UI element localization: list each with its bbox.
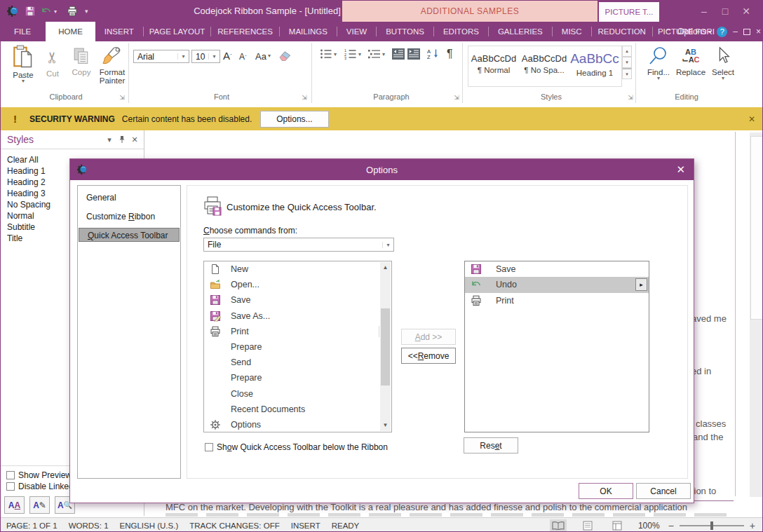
nav-quick-access-toolbar[interactable]: Quick Access Toolbar [79,228,180,242]
qat-list[interactable]: Save Undo ▸ Print [464,261,649,432]
font-family-combo[interactable]: Arial▾ [133,50,189,63]
new-style-button[interactable]: AA [4,496,25,514]
multilevel-list-icon[interactable] [368,48,381,60]
paste-dropdown-caret[interactable]: ▾ [22,79,25,83]
nav-general[interactable]: General [78,191,180,205]
help-icon[interactable]: ? [717,27,727,37]
remove-button[interactable]: << Remove [401,348,456,364]
tab-mailings[interactable]: MAILINGS [280,22,337,41]
cancel-button[interactable]: Cancel [636,483,691,499]
cut-button[interactable]: ✂ Cut [40,47,65,78]
zoom-slider[interactable] [680,525,744,526]
tab-insert[interactable]: INSERT [95,22,143,41]
command-recent-documents[interactable]: Recent Documents [204,402,391,417]
increase-indent-icon[interactable] [407,48,420,60]
security-options-button[interactable]: Options... [260,111,328,128]
numbered-list-icon[interactable] [344,48,357,60]
command-close[interactable]: Close [204,386,391,402]
read-mode-button[interactable] [550,519,567,532]
replace-button[interactable]: AB⌙AC Replace [674,46,708,76]
styles-scroll-up[interactable]: ▴ [622,46,632,57]
command-options[interactable]: Options [204,417,391,432]
choose-commands-combo[interactable]: File▾ [203,238,394,252]
change-case-button[interactable]: Aa▾ [255,49,271,63]
status-track-changes[interactable]: TRACK CHANGES: OFF [189,521,279,530]
maximize-icon[interactable]: □ [715,6,736,17]
commands-scrollbar[interactable]: ▲ ▼ [380,262,391,431]
zoom-out-button[interactable]: − [668,520,674,531]
qat-item-submenu-button[interactable]: ▸ [635,278,647,291]
app-icon[interactable] [6,4,20,18]
paste-button[interactable]: Paste ▾ [8,44,39,83]
minimize-icon[interactable]: – [694,6,715,17]
tab-file[interactable]: FILE [5,22,40,41]
font-size-combo[interactable]: 10▾ [191,50,220,63]
format-painter-button[interactable]: Format Painter [96,46,128,85]
command-save[interactable]: Save [204,292,391,308]
bullet-list-icon[interactable] [320,48,332,60]
multilevel-list-caret[interactable]: ▾ [382,53,385,57]
decrease-indent-icon[interactable] [392,48,405,60]
tab-editors[interactable]: EDITORS [434,22,488,41]
chevron-up-icon[interactable]: ⌃ [666,27,672,36]
qat-item-print[interactable]: Print [465,293,649,308]
font-dialog-launcher[interactable]: ⇲ [301,94,308,101]
command-prepare-2[interactable]: Prepare [204,370,391,386]
tab-page-layout[interactable]: PAGE LAYOUT [144,22,210,41]
pin-icon[interactable] [116,135,128,144]
command-prepare[interactable]: Prepare [204,339,391,355]
print-icon[interactable] [67,6,78,17]
styles-scroll-down[interactable]: ▾ [622,57,632,68]
options-menu-button[interactable]: Options▾ [677,27,711,36]
scrollbar-thumb[interactable] [750,136,763,320]
tab-buttons[interactable]: BUTTONS [377,22,433,41]
zoom-level[interactable]: 100% [638,521,660,531]
command-new[interactable]: New [204,261,391,277]
status-words[interactable]: WORDS: 1 [69,521,109,530]
mdi-restore-icon[interactable] [743,29,750,35]
bullet-list-caret[interactable]: ▾ [334,53,337,57]
shrink-font-button[interactable]: Aˇ [239,50,247,64]
qat-customize-caret[interactable]: ▾ [85,8,88,15]
undo-button[interactable]: ▾ [40,6,57,17]
web-layout-button[interactable] [609,519,626,532]
style-heading1[interactable]: AaBbCc Heading 1 [569,46,620,81]
ok-button[interactable]: OK [579,483,633,499]
grow-font-button[interactable]: Aˆ [223,48,232,62]
mdi-close-icon[interactable]: × [756,27,761,36]
scroll-down-icon[interactable]: ▼ [380,420,391,431]
paragraph-dialog-launcher[interactable]: ⇲ [453,94,460,101]
sort-icon[interactable] [427,48,440,60]
command-save-as[interactable]: Save As... [204,308,391,324]
style-normal[interactable]: AaBbCcDd ¶ Normal [468,46,519,81]
floating-picture-tab[interactable]: PICTURE T... [599,2,659,22]
additional-samples-banner[interactable]: ADDITIONAL SAMPLES [342,1,597,22]
find-caret[interactable]: ▾ [657,76,660,81]
dialog-close-icon[interactable]: ✕ [676,163,685,176]
clear-formatting-icon[interactable] [278,50,292,61]
save-icon[interactable] [25,6,36,17]
tab-misc[interactable]: MISC [553,22,591,41]
status-insert-mode[interactable]: INSERT [291,521,320,530]
style-no-spacing[interactable]: AaBbCcDd ¶ No Spa... [519,46,569,81]
warning-close-icon[interactable]: ✕ [748,114,755,124]
style-inspector-button[interactable]: A✎ [29,496,50,514]
status-page[interactable]: PAGE: 1 OF 1 [6,521,58,530]
tab-galleries[interactable]: GALLERIES [489,22,552,41]
mdi-minimize-icon[interactable]: – [733,27,738,36]
scroll-thumb[interactable] [381,308,390,386]
show-preview-checkbox[interactable]: Show Preview [6,470,72,481]
clipboard-dialog-launcher[interactable]: ⇲ [119,94,126,101]
document-scrollbar[interactable] [750,132,763,497]
nav-customize-ribbon[interactable]: Customize Ribbon [78,210,180,224]
tab-references[interactable]: REFERENCES [211,22,279,41]
styles-more-button[interactable]: ▾ [622,68,632,79]
select-caret[interactable]: ▾ [722,76,724,81]
print-layout-button[interactable] [579,519,596,532]
numbered-list-caret[interactable]: ▾ [358,53,361,57]
tab-home[interactable]: HOME [46,22,95,41]
zoom-in-button[interactable]: + [750,520,755,531]
pilcrow-icon[interactable]: ¶ [447,47,453,61]
show-qat-below-checkbox[interactable]: Show Quick Access Toolbar below the Ribb… [205,442,388,453]
commands-list[interactable]: New Open... Save Save As... Print ▸ Prep… [203,261,392,432]
